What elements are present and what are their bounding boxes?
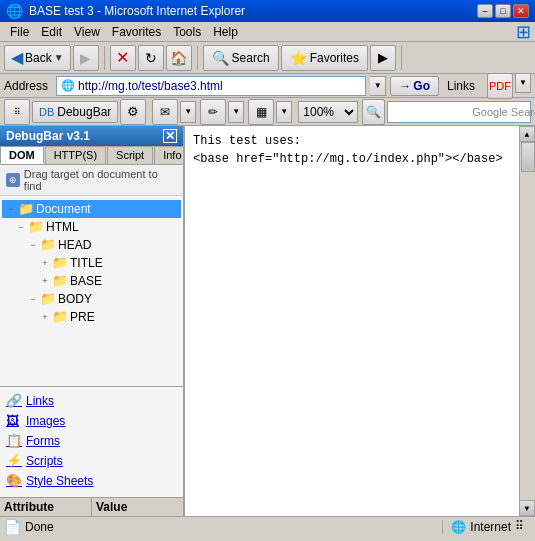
maximize-button[interactable]: □: [495, 4, 511, 18]
quick-link-scripts[interactable]: ⚡ Scripts: [6, 451, 177, 471]
drag-icon: ⊕: [6, 173, 20, 187]
tab-script[interactable]: Script: [107, 146, 153, 164]
refresh-button[interactable]: ↻: [138, 45, 164, 71]
tree-item-body[interactable]: − 📁 BODY: [2, 290, 181, 308]
links-button[interactable]: Links: [443, 79, 479, 93]
email-dropdown[interactable]: ▼: [180, 101, 196, 123]
address-input[interactable]: [78, 79, 361, 93]
favorites-icon: ⭐: [290, 50, 307, 66]
zoom-icon[interactable]: 🔍: [362, 99, 385, 125]
google-search-box: Google Search: [387, 101, 531, 123]
expand-icon: −: [26, 238, 40, 252]
expand-icon: −: [26, 292, 40, 306]
close-button[interactable]: ✕: [513, 4, 529, 18]
resize-grip[interactable]: ⠿: [515, 519, 531, 535]
links-icon: 🔗: [6, 393, 22, 409]
menu-bar: File Edit View Favorites Tools Help ⊞: [0, 22, 535, 42]
address-input-wrap: 🌐: [56, 76, 366, 96]
debugbar-tabs: DOM HTTP(S) Script Info: [0, 146, 183, 165]
attr-table: Attribute Value: [0, 497, 183, 516]
tree-item-head[interactable]: − 📁 HEAD: [2, 236, 181, 254]
back-icon: ◀: [11, 48, 23, 67]
stop-button[interactable]: ✕: [110, 45, 136, 71]
tab-http[interactable]: HTTP(S): [45, 146, 106, 164]
favorites-button[interactable]: ⭐ Favorites: [281, 45, 368, 71]
back-label: Back: [25, 51, 52, 65]
address-dropdown[interactable]: ▼: [370, 76, 386, 96]
media-button[interactable]: ▶: [370, 45, 396, 71]
nav-toolbar: ◀ Back ▼ ▶ ✕ ↻ 🏠 🔍 Search ⭐ Favorites ▶: [0, 42, 535, 74]
debugbar-header: DebugBar v3.1 ✕: [0, 126, 183, 146]
debugbar-title: DebugBar v3.1: [6, 129, 90, 143]
tree-item-html[interactable]: − 📁 HTML: [2, 218, 181, 236]
google-search-label: Google Search: [472, 106, 535, 118]
pen-dropdown[interactable]: ▼: [228, 101, 244, 123]
scroll-down-button[interactable]: ▼: [519, 500, 535, 516]
vertical-scrollbar[interactable]: ▲ ▼: [519, 126, 535, 516]
page-icon: 🌐: [61, 79, 75, 92]
scrollbar-thumb[interactable]: [521, 142, 535, 172]
pen-icon[interactable]: ✏: [200, 99, 226, 125]
tab-info[interactable]: Info: [154, 146, 185, 164]
favorites-label: Favorites: [310, 51, 359, 65]
pdf-dropdown[interactable]: ▼: [515, 73, 531, 93]
back-dropdown-icon[interactable]: ▼: [54, 52, 64, 63]
expand-icon: −: [14, 220, 28, 234]
menu-help[interactable]: Help: [207, 24, 244, 40]
pdf-button[interactable]: PDF: [487, 73, 513, 99]
tree-item-title[interactable]: + 📁 TITLE: [2, 254, 181, 272]
email-icon[interactable]: ✉: [152, 99, 178, 125]
expand-icon: +: [38, 256, 52, 270]
status-text: Done: [25, 520, 434, 534]
folder-icon: 📁: [52, 255, 68, 271]
menu-edit[interactable]: Edit: [35, 24, 68, 40]
zone-text: Internet: [470, 520, 511, 534]
quick-link-forms[interactable]: 📋 Forms: [6, 431, 177, 451]
content-line1: This test uses:: [193, 134, 527, 148]
address-bar: Address 🌐 ▼ → Go Links PDF ▼: [0, 74, 535, 98]
drag-target[interactable]: ⊕ Drag target on document to find: [0, 165, 183, 196]
forward-button[interactable]: ▶: [73, 45, 99, 71]
tree-area: − 📁 Document − 📁 HTML − 📁 HEAD + 📁 TITLE: [0, 196, 183, 386]
debugbar-button[interactable]: DB DebugBar: [32, 101, 118, 123]
folder-icon: 📁: [28, 219, 44, 235]
separator-1: [104, 46, 105, 70]
stylesheets-icon: 🎨: [6, 473, 22, 489]
tree-item-document[interactable]: − 📁 Document: [2, 200, 181, 218]
quick-link-stylesheets[interactable]: 🎨 Style Sheets: [6, 471, 177, 491]
folder-icon: 📁: [18, 201, 34, 217]
debugbar-toolbar: ⠿ DB DebugBar ⚙ ✉ ▼ ✏ ▼ ▦ ▼ 100% 50% 75%…: [0, 98, 535, 126]
zoom-select[interactable]: 100% 50% 75% 125% 150%: [298, 101, 358, 123]
back-button[interactable]: ◀ Back ▼: [4, 45, 71, 71]
debugbar-icon: DB: [39, 106, 54, 118]
go-button[interactable]: → Go: [390, 76, 439, 96]
home-button[interactable]: 🏠: [166, 45, 192, 71]
layout-dropdown[interactable]: ▼: [276, 101, 292, 123]
menu-tools[interactable]: Tools: [167, 24, 207, 40]
search-button[interactable]: 🔍 Search: [203, 45, 279, 71]
right-panel: This test uses: <base href="http://mg.to…: [185, 126, 535, 516]
debugbar-config-icon[interactable]: ⚙: [120, 99, 146, 125]
menu-view[interactable]: View: [68, 24, 106, 40]
google-search-input[interactable]: [392, 105, 472, 119]
tree-item-base[interactable]: + 📁 BASE: [2, 272, 181, 290]
quick-link-links[interactable]: 🔗 Links: [6, 391, 177, 411]
debugbar-close-button[interactable]: ✕: [163, 129, 177, 143]
menu-file[interactable]: File: [4, 24, 35, 40]
address-label: Address: [4, 79, 52, 93]
windows-logo: ⊞: [516, 21, 531, 43]
search-label: Search: [232, 51, 270, 65]
main-layout: DebugBar v3.1 ✕ DOM HTTP(S) Script Info …: [0, 126, 535, 516]
title-bar: 🌐 BASE test 3 - Microsoft Internet Explo…: [0, 0, 535, 22]
scroll-up-button[interactable]: ▲: [519, 126, 535, 142]
layout-icon[interactable]: ▦: [248, 99, 274, 125]
dots-icon: ⠿: [4, 99, 30, 125]
minimize-button[interactable]: –: [477, 4, 493, 18]
tab-dom[interactable]: DOM: [0, 146, 44, 164]
menu-favorites[interactable]: Favorites: [106, 24, 167, 40]
tree-item-pre[interactable]: + 📁 PRE: [2, 308, 181, 326]
folder-icon: 📁: [40, 237, 56, 253]
search-icon: 🔍: [212, 50, 229, 66]
quick-link-images[interactable]: 🖼 Images: [6, 411, 177, 431]
images-icon: 🖼: [6, 413, 22, 429]
